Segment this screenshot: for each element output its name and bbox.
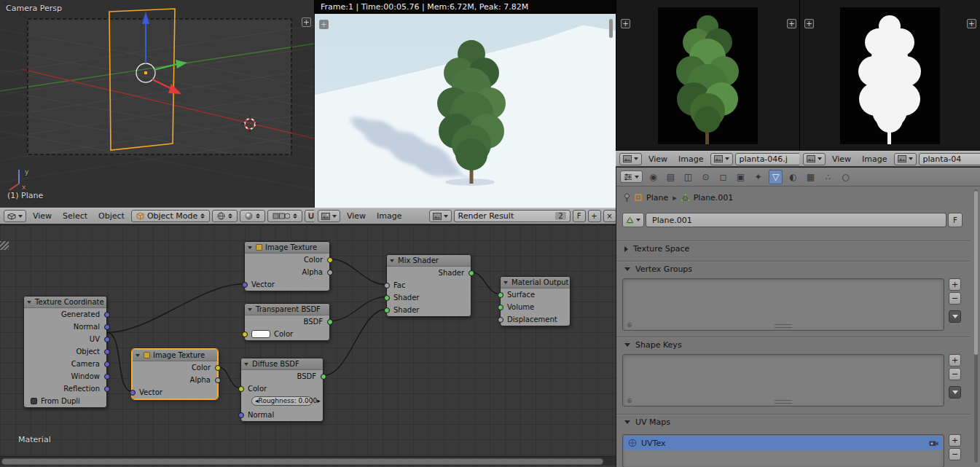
vertex-group-add-button[interactable]: + bbox=[949, 278, 961, 291]
scrollbar-thumb[interactable] bbox=[1, 458, 603, 465]
menu-image[interactable]: Image bbox=[858, 154, 891, 164]
breadcrumb-object-name[interactable]: Plane bbox=[646, 193, 668, 203]
new-image-button[interactable]: + bbox=[588, 210, 601, 222]
fake-user-button[interactable]: F bbox=[573, 210, 586, 222]
menu-view[interactable]: View bbox=[342, 211, 370, 221]
panel-texture-space[interactable]: Texture Space bbox=[616, 240, 970, 256]
socket-volume-input[interactable] bbox=[498, 305, 503, 310]
node-editor[interactable]: Texture Coordinate Generated Normal UV O… bbox=[0, 224, 616, 467]
tab-constraints[interactable]: ▣ bbox=[734, 170, 748, 184]
node-transparent-bsdf[interactable]: Transparent BSDF BSDF Color bbox=[244, 303, 330, 341]
tab-texture[interactable]: ▦ bbox=[804, 170, 818, 184]
properties-scrollbar[interactable] bbox=[974, 189, 978, 463]
tab-material[interactable]: ◐ bbox=[786, 170, 800, 184]
pin-icon[interactable] bbox=[624, 193, 630, 203]
socket-vector-input[interactable] bbox=[130, 390, 136, 396]
socket-vector-input[interactable] bbox=[242, 282, 248, 288]
tab-particles[interactable]: ∴ bbox=[821, 170, 835, 184]
socket-bsdf-output[interactable] bbox=[321, 374, 326, 380]
socket-color-input[interactable] bbox=[242, 331, 248, 337]
node-header[interactable]: Transparent BSDF bbox=[245, 304, 329, 315]
uv-map-remove-button[interactable]: − bbox=[949, 448, 961, 460]
list-resize-grip[interactable] bbox=[775, 324, 792, 328]
mode-dropdown[interactable]: Object Mode bbox=[131, 210, 210, 222]
snap-toggle-button[interactable] bbox=[305, 210, 314, 222]
users-count-badge[interactable]: 2 bbox=[555, 212, 565, 220]
area-expand-widget[interactable]: + bbox=[804, 19, 814, 28]
tab-modifiers[interactable]: ✦ bbox=[751, 170, 765, 184]
from-dupli-checkbox[interactable] bbox=[31, 398, 37, 404]
render-result-view[interactable]: + bbox=[314, 14, 616, 208]
area-corner-widget[interactable] bbox=[0, 241, 9, 250]
scrollbar-thumb[interactable] bbox=[974, 191, 978, 355]
node-header[interactable]: Diffuse BSDF bbox=[241, 358, 323, 370]
socket-normal-output[interactable] bbox=[104, 324, 110, 330]
tab-render-layers[interactable]: ▤ bbox=[664, 170, 678, 184]
tab-render[interactable]: ◉ bbox=[646, 170, 660, 184]
vertex-group-remove-button[interactable]: − bbox=[949, 292, 961, 305]
editor-type-selector[interactable] bbox=[619, 153, 642, 165]
shape-key-remove-button[interactable]: − bbox=[949, 368, 961, 380]
area-expand-widget[interactable]: + bbox=[967, 19, 976, 28]
socket-bsdf-output[interactable] bbox=[327, 319, 333, 325]
socket-uv-output[interactable] bbox=[104, 337, 110, 342]
list-resize-grip[interactable] bbox=[775, 400, 792, 404]
menu-select[interactable]: Select bbox=[58, 211, 92, 221]
socket-generated-output[interactable] bbox=[104, 312, 110, 318]
socket-window-output[interactable] bbox=[104, 374, 110, 380]
editor-type-selector[interactable] bbox=[803, 153, 826, 165]
list-filter-toggle-icon[interactable]: ⊕ bbox=[627, 398, 632, 404]
node-image-texture-2[interactable]: Image Texture Color Alpha Vector bbox=[132, 349, 218, 399]
node-header[interactable]: Mix Shader bbox=[387, 255, 471, 267]
panel-uv-maps[interactable]: UV Maps bbox=[616, 414, 970, 430]
node-editor-hscrollbar[interactable] bbox=[0, 456, 616, 466]
breadcrumb-data-name[interactable]: Plane.001 bbox=[694, 193, 734, 203]
editor-type-selector[interactable] bbox=[318, 210, 340, 222]
socket-color-output[interactable] bbox=[327, 257, 333, 263]
menu-image[interactable]: Image bbox=[674, 154, 707, 164]
socket-alpha-output[interactable] bbox=[215, 377, 221, 383]
socket-reflection-output[interactable] bbox=[104, 386, 110, 392]
node-header[interactable]: Image Texture bbox=[133, 350, 217, 361]
menu-object[interactable]: Object bbox=[94, 211, 129, 221]
node-header[interactable]: Material Output bbox=[501, 277, 570, 289]
menu-view[interactable]: View bbox=[828, 154, 855, 164]
pivot-point-dropdown[interactable] bbox=[240, 210, 265, 222]
vertex-groups-list[interactable]: ⊕ bbox=[622, 278, 944, 331]
mesh-name-field[interactable]: Plane.001 bbox=[646, 213, 946, 227]
socket-surface-input[interactable] bbox=[498, 292, 503, 298]
image-editor-1[interactable]: + + bbox=[616, 0, 799, 151]
node-image-texture-1[interactable]: Image Texture Color Alpha Vector bbox=[244, 241, 330, 291]
area-expand-widget[interactable]: + bbox=[302, 17, 311, 27]
node-material-output[interactable]: Material Output Surface Volume Displacem… bbox=[500, 276, 571, 326]
image-datablock-field[interactable]: Render Result 2 bbox=[454, 210, 571, 222]
uv-maps-list[interactable]: UVTex bbox=[622, 434, 944, 467]
menu-image[interactable]: Image bbox=[372, 211, 406, 221]
node-header[interactable]: Texture Coordinate bbox=[24, 297, 106, 308]
shape-key-specials-button[interactable] bbox=[949, 386, 961, 399]
render-camera-icon[interactable] bbox=[929, 440, 938, 447]
editor-type-selector[interactable] bbox=[620, 170, 643, 183]
tab-world[interactable]: ⊙ bbox=[699, 170, 713, 184]
uv-map-add-button[interactable]: + bbox=[949, 434, 961, 447]
viewport-shading-dropdown[interactable] bbox=[212, 210, 238, 222]
socket-color-output[interactable] bbox=[215, 365, 221, 371]
menu-view[interactable]: View bbox=[28, 211, 56, 221]
node-diffuse-bsdf[interactable]: Diffuse BSDF BSDF Color ◂ Roughness: 0.0… bbox=[240, 358, 324, 422]
list-filter-toggle-icon[interactable]: ⊕ bbox=[627, 322, 632, 329]
shape-keys-list[interactable]: ⊕ bbox=[622, 354, 944, 407]
image-browse-button[interactable] bbox=[710, 153, 733, 165]
socket-displacement-input[interactable] bbox=[498, 317, 503, 323]
socket-object-output[interactable] bbox=[104, 349, 110, 355]
socket-camera-output[interactable] bbox=[104, 361, 110, 367]
node-texture-coordinate[interactable]: Texture Coordinate Generated Normal UV O… bbox=[23, 296, 107, 408]
image-datablock-field[interactable]: planta-04 bbox=[919, 153, 980, 165]
socket-alpha-output[interactable] bbox=[327, 270, 333, 275]
socket-fac-input[interactable] bbox=[384, 283, 390, 289]
fake-user-button[interactable]: F bbox=[948, 213, 963, 227]
area-expand-widget[interactable]: + bbox=[621, 19, 630, 28]
color-swatch[interactable] bbox=[251, 330, 270, 338]
socket-shader2-input[interactable] bbox=[384, 307, 390, 313]
tab-physics[interactable]: ○ bbox=[839, 170, 852, 184]
transform-manipulator[interactable] bbox=[136, 12, 187, 94]
